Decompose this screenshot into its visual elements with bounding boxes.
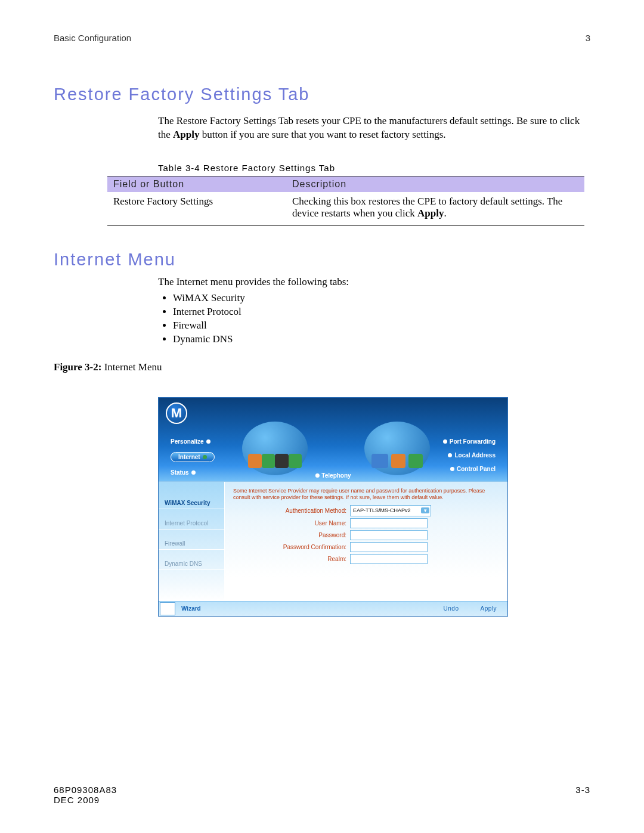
- restore-paragraph: The Restore Factory Settings Tab resets …: [158, 114, 590, 142]
- user-label: User Name:: [233, 520, 346, 527]
- nav-internet[interactable]: Internet: [171, 452, 215, 462]
- modem-icon: [275, 454, 289, 468]
- monitor-icon: [371, 454, 388, 468]
- internet-list: WiMAX Security Internet Protocol Firewal…: [158, 292, 590, 346]
- wizard-icon[interactable]: [160, 602, 175, 615]
- sidebar-item-firewall[interactable]: Firewall: [159, 529, 224, 550]
- th-field: Field or Button: [107, 176, 286, 192]
- restore-heading: Restore Factory Settings Tab: [54, 85, 590, 104]
- sidebar-item-ip[interactable]: Internet Protocol: [159, 509, 224, 529]
- pass-label: Password:: [233, 532, 346, 538]
- header-right: 3: [586, 33, 590, 43]
- nav-telephony[interactable]: Telephony: [315, 472, 351, 479]
- screenshot: M Personalize Internet Sta: [158, 397, 508, 617]
- nav-status[interactable]: Status: [171, 469, 215, 476]
- nav-local-address[interactable]: Local Address: [448, 452, 496, 459]
- header-left: Basic Configuration: [54, 33, 131, 43]
- figure-label: Figure 3-2: Internet Menu: [54, 361, 590, 373]
- sidebar-item-ddns[interactable]: Dynamic DNS: [159, 550, 224, 570]
- realm-label: Realm:: [233, 556, 346, 562]
- table-row: Restore Factory Settings Checking this b…: [107, 192, 584, 226]
- globe-icon: [364, 422, 430, 475]
- username-field[interactable]: [350, 518, 428, 528]
- th-desc: Description: [286, 176, 584, 192]
- sidebar: WiMAX Security Internet Protocol Firewal…: [159, 482, 224, 601]
- password-field[interactable]: [350, 530, 428, 540]
- restore-table: Field or Button Description Restore Fact…: [107, 176, 584, 226]
- auth-method-select[interactable]: EAP-TTLS/MS-CHAPv2▾: [350, 505, 431, 516]
- undo-button[interactable]: Undo: [433, 605, 470, 612]
- wizard-button[interactable]: Wizard: [181, 605, 201, 612]
- sidebar-item-wimax[interactable]: WiMAX Security: [159, 489, 224, 509]
- check-icon: [289, 454, 302, 468]
- footer-page: 3-3: [575, 785, 590, 805]
- realm-field[interactable]: [350, 554, 428, 564]
- motorola-logo-icon: M: [166, 402, 187, 424]
- internet-intro-block: The Internet menu provides the following…: [158, 275, 590, 346]
- apply-button[interactable]: Apply: [469, 605, 507, 612]
- auth-label: Authentication Method:: [233, 507, 346, 514]
- signal-icon: [248, 454, 262, 468]
- globe-icon: [242, 422, 308, 475]
- globe-small-icon: [262, 454, 275, 468]
- table-caption: Table 3-4 Restore Factory Settings Tab: [158, 163, 590, 173]
- person-icon: [391, 454, 405, 468]
- passc-label: Password Confirmation:: [233, 544, 346, 550]
- nav-port-forwarding[interactable]: Port Forwarding: [443, 438, 496, 445]
- password-confirm-field[interactable]: [350, 542, 428, 552]
- nav-control-panel[interactable]: Control Panel: [450, 466, 496, 472]
- internet-heading: Internet Menu: [54, 250, 590, 270]
- footer-left: 68P09308A83 DEC 2009: [54, 785, 117, 805]
- nav-personalize[interactable]: Personalize: [171, 438, 215, 445]
- notice-text: Some Internet Service Provider may requi…: [233, 488, 499, 501]
- chevron-down-icon: ▾: [421, 507, 429, 513]
- check-icon: [408, 454, 423, 468]
